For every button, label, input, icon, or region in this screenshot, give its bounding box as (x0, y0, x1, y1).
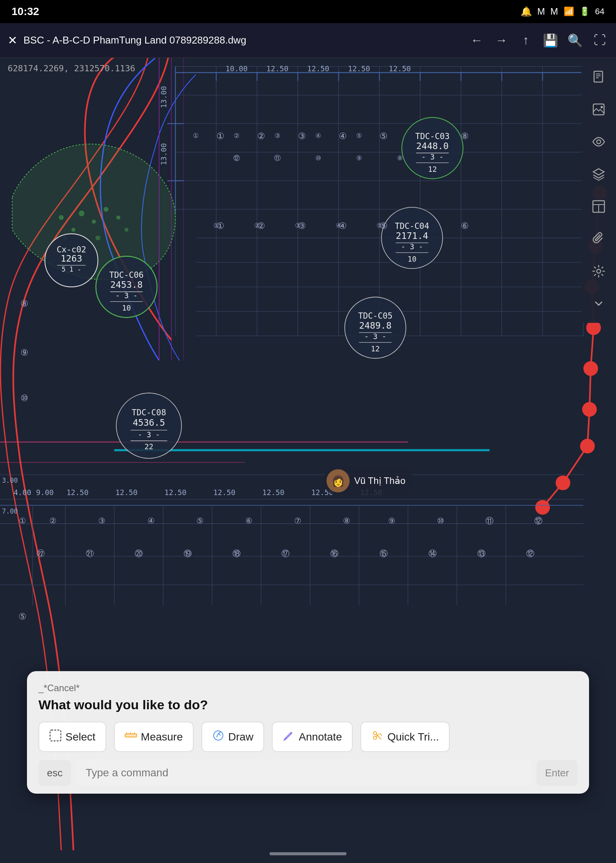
settings-sidebar-icon[interactable] (583, 256, 614, 287)
svg-text:5  1  -: 5 1 - (62, 265, 81, 273)
enter-button[interactable]: Enter (537, 760, 578, 786)
measure-button[interactable]: Measure (114, 722, 194, 752)
status-icons: 🔔 M M 📶 🔋 64 (521, 6, 604, 17)
svg-text:13.00: 13.00 (159, 143, 168, 165)
home-indicator (270, 852, 346, 855)
svg-text:TDC-C05: TDC-C05 (358, 311, 392, 321)
svg-text:- 3 -: - 3 - (116, 291, 137, 300)
chevron-sidebar-icon[interactable] (583, 288, 614, 319)
svg-text:10: 10 (408, 255, 417, 263)
svg-text:10.00: 10.00 (226, 64, 248, 73)
document-sidebar-icon[interactable] (583, 62, 614, 92)
svg-text:①: ① (216, 131, 224, 141)
svg-text:⑤: ⑤ (380, 131, 388, 141)
svg-text:12.50: 12.50 (307, 64, 329, 73)
fullscreen-button[interactable]: ⛶ (591, 33, 608, 47)
svg-text:10: 10 (122, 304, 131, 312)
svg-text:12.50: 12.50 (266, 64, 288, 73)
svg-text:- 3 -: - 3 - (401, 242, 423, 251)
svg-text:12: 12 (371, 344, 380, 353)
select-button[interactable]: Select (38, 722, 106, 752)
svg-text:⑤: ⑤ (380, 220, 388, 231)
svg-point-213 (373, 736, 377, 739)
svg-point-65 (79, 211, 85, 217)
quicktrim-icon (371, 729, 383, 744)
svg-text:④: ④ (339, 220, 347, 231)
svg-text:2448.0: 2448.0 (416, 141, 449, 151)
svg-text:- 3 -: - 3 - (421, 153, 443, 161)
attachment-sidebar-icon[interactable] (583, 223, 614, 254)
layers-sidebar-icon[interactable] (583, 159, 614, 190)
search-button[interactable]: 🔍 (567, 33, 584, 48)
svg-text:②: ② (234, 132, 239, 139)
svg-text:TDC-C04: TDC-C04 (395, 221, 429, 231)
svg-text:⑪: ⑪ (274, 154, 281, 162)
svg-text:⑱: ⑱ (233, 549, 241, 558)
svg-text:2489.8: 2489.8 (359, 320, 392, 331)
svg-text:1263: 1263 (60, 253, 82, 264)
close-button[interactable]: ✕ (8, 34, 17, 47)
svg-text:⑧: ⑧ (461, 131, 469, 141)
svg-text:④: ④ (339, 131, 347, 141)
svg-text:4536.5: 4536.5 (133, 417, 165, 428)
select-label: Select (65, 731, 95, 743)
layout-sidebar-icon[interactable] (583, 191, 614, 222)
svg-point-201 (597, 269, 601, 273)
svg-text:③: ③ (298, 131, 306, 141)
svg-text:⑧: ⑧ (20, 298, 28, 309)
svg-text:⑩: ⑩ (315, 154, 321, 162)
back-button[interactable]: ← (468, 33, 485, 47)
draw-label: Draw (228, 731, 253, 743)
svg-point-196 (601, 106, 603, 108)
forward-button[interactable]: → (493, 33, 510, 47)
svg-text:9.00: 9.00 (36, 488, 54, 497)
svg-text:⑫: ⑫ (534, 516, 542, 526)
svg-text:⑫: ⑫ (526, 549, 534, 558)
svg-text:⑨: ⑨ (20, 347, 28, 358)
draw-button[interactable]: Draw (201, 722, 264, 752)
svg-text:12.50: 12.50 (116, 488, 137, 497)
svg-point-70 (95, 235, 100, 240)
svg-text:12.50: 12.50 (67, 488, 89, 497)
svg-text:⑨: ⑨ (356, 154, 362, 162)
svg-text:②: ② (257, 220, 265, 231)
toolbar: ← → ↑ 💾 🔍 ⛶ (468, 33, 608, 48)
svg-text:②: ② (49, 516, 57, 526)
svg-text:②: ② (257, 131, 265, 141)
quicktrim-button[interactable]: Quick Tri... (360, 722, 450, 752)
annotate-icon (283, 729, 295, 744)
esc-button[interactable]: esc (38, 760, 71, 786)
draw-icon (212, 729, 224, 744)
svg-text:2453.8: 2453.8 (110, 279, 142, 290)
svg-text:⑧: ⑧ (343, 516, 350, 526)
save-button[interactable]: 💾 (542, 33, 559, 48)
user-avatar: 👩 (326, 469, 350, 492)
command-input[interactable] (76, 760, 531, 786)
svg-text:⑭: ⑭ (429, 549, 437, 558)
right-sidebar (581, 58, 616, 323)
eye-sidebar-icon[interactable] (583, 126, 614, 157)
svg-text:12.50: 12.50 (389, 64, 411, 73)
svg-point-212 (373, 732, 377, 735)
share-button[interactable]: ↑ (517, 33, 534, 47)
svg-text:⑩: ⑩ (437, 516, 444, 526)
svg-text:①: ① (216, 220, 224, 231)
image-sidebar-icon[interactable] (583, 94, 614, 125)
svg-text:2171.4: 2171.4 (396, 230, 428, 241)
svg-point-197 (597, 140, 601, 144)
user-bubble: 👩 Vũ Thị Thảo (323, 466, 413, 495)
svg-point-68 (116, 215, 121, 220)
svg-text:12: 12 (428, 165, 437, 173)
svg-text:③: ③ (98, 516, 105, 526)
svg-text:⑰: ⑰ (281, 549, 290, 558)
annotate-button[interactable]: Annotate (272, 722, 353, 752)
svg-text:⑤: ⑤ (18, 611, 27, 621)
svg-text:13.00: 13.00 (159, 86, 168, 108)
svg-point-67 (104, 207, 109, 212)
svg-text:⑬: ⑬ (477, 549, 485, 558)
file-title: BSC - A-B-C-D PhamTung Land 0789289288.d… (23, 34, 462, 46)
quicktrim-label: Quick Tri... (387, 731, 439, 743)
svg-text:TDC-C06: TDC-C06 (109, 270, 144, 280)
svg-line-214 (376, 734, 381, 739)
svg-rect-203 (125, 734, 137, 737)
